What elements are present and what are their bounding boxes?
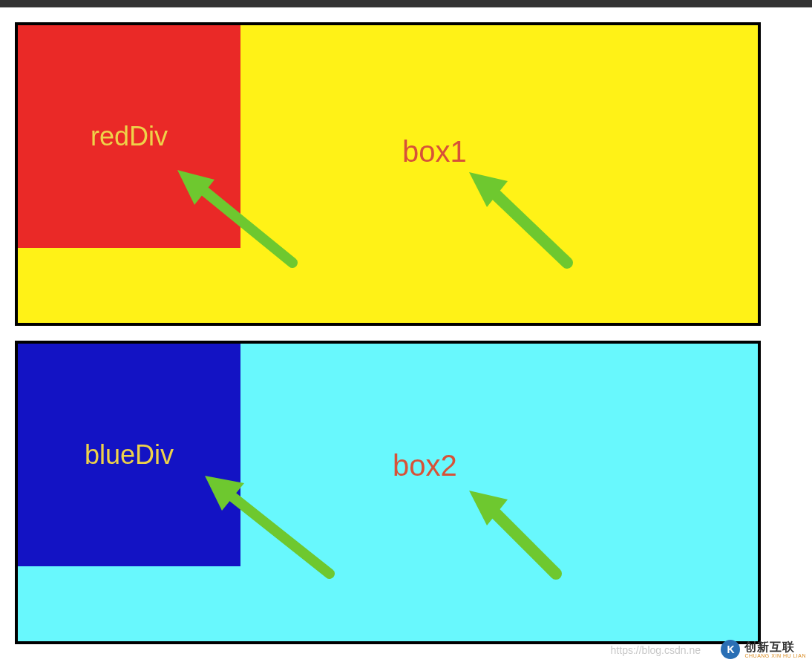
box1-label: box1 [402,135,467,168]
arrow-to-box1-icon [456,159,604,285]
red-div-label: redDiv [91,121,168,152]
watermark-url: https://blog.csdn.ne [611,644,701,656]
svg-marker-4 [469,172,508,207]
blue-div: blueDiv [18,344,240,566]
box2-container: blueDiv box2 [15,341,761,644]
svg-line-3 [485,185,567,263]
top-bar [0,0,812,7]
svg-line-7 [485,503,556,574]
watermark-text: 创新互联 CHUANG XIN HU LIAN [744,641,806,658]
red-div: redDiv [18,25,240,248]
box1-container: redDiv box1 [15,22,761,326]
blue-div-label: blueDiv [85,439,174,471]
svg-marker-8 [469,491,508,525]
watermark-badge: K 创新互联 CHUANG XIN HU LIAN [721,640,806,659]
box2-label: box2 [393,449,457,482]
watermark-logo-icon: K [721,640,740,659]
watermark-main: 创新互联 [744,641,806,653]
arrow-to-box2-icon [456,477,604,603]
watermark-sub: CHUANG XIN HU LIAN [744,653,806,658]
